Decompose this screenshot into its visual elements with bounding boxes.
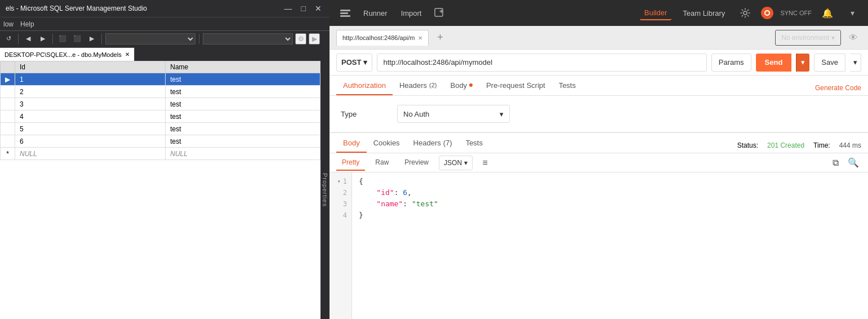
url-input[interactable] bbox=[377, 54, 706, 72]
action-icon-button[interactable]: ▶ bbox=[309, 33, 320, 45]
cell-id: 1 bbox=[15, 73, 166, 86]
forward-button[interactable]: ▶ bbox=[37, 33, 49, 45]
new-tab-icon-button[interactable] bbox=[430, 4, 448, 22]
tab-body[interactable]: Body bbox=[443, 76, 479, 95]
cell-id-null: NULL bbox=[15, 148, 166, 160]
toolbar-btn-2[interactable]: ⬛ bbox=[71, 33, 83, 45]
add-tab-button[interactable]: + bbox=[433, 31, 447, 45]
table-row[interactable]: 6 test bbox=[1, 135, 321, 148]
status-value: 201 Created bbox=[767, 141, 804, 149]
menu-item-low[interactable]: low bbox=[3, 20, 14, 28]
settings-icon bbox=[740, 8, 750, 18]
response-toolbar: Pretty Raw Preview JSON ▾ ≡ ⧉ 🔍 bbox=[330, 153, 868, 172]
menu-item-help[interactable]: Help bbox=[20, 20, 34, 28]
search-icon-button[interactable]: 🔍 bbox=[845, 155, 861, 171]
line-num-4: 4 bbox=[330, 210, 351, 221]
notification-icon: 🔔 bbox=[822, 8, 833, 19]
sync-off-indicator: SYNC OFF bbox=[780, 10, 812, 16]
table-row[interactable]: 4 test bbox=[1, 110, 321, 123]
chevron-down-icon: ▾ bbox=[851, 8, 854, 17]
format-tab-preview[interactable]: Preview bbox=[399, 155, 434, 171]
url-tab-close-button[interactable]: ✕ bbox=[418, 35, 422, 41]
tab-close-button[interactable]: ✕ bbox=[125, 51, 130, 57]
resp-tab-headers[interactable]: Headers (7) bbox=[407, 134, 459, 153]
cell-name: test bbox=[166, 98, 321, 110]
tab-pre-request-script[interactable]: Pre-request Script bbox=[479, 76, 552, 95]
back-button[interactable]: ◀ bbox=[22, 33, 34, 45]
properties-label: Properties bbox=[322, 173, 328, 207]
code-line-3: "name": "test" bbox=[359, 198, 861, 210]
toolbar-separator-2 bbox=[52, 34, 53, 44]
filter-icon-button[interactable]: ≡ bbox=[477, 155, 493, 171]
search-icon: 🔍 bbox=[848, 157, 859, 168]
save-chevron-button[interactable]: ▾ bbox=[850, 54, 861, 72]
ssms-toolbar: ↺ ◀ ▶ ⬛ ⬛ ▶ ⚙ ▶ bbox=[0, 30, 330, 46]
ssms-titlebar: els - Microsoft SQL Server Management St… bbox=[0, 0, 330, 17]
database-dropdown[interactable] bbox=[105, 33, 195, 45]
table-row[interactable]: 3 test bbox=[1, 98, 321, 110]
save-button[interactable]: Save bbox=[814, 54, 845, 72]
line-num-3: 3 bbox=[330, 198, 351, 210]
method-label: POST bbox=[341, 58, 361, 67]
table-row[interactable]: 2 test bbox=[1, 86, 321, 98]
row-indicator bbox=[1, 86, 15, 98]
generate-code-button[interactable]: Generate Code bbox=[815, 84, 861, 95]
table-row[interactable]: ▶ 1 test bbox=[1, 73, 321, 86]
cell-id: 2 bbox=[15, 86, 166, 98]
table-row-null[interactable]: * NULL NULL bbox=[1, 148, 321, 160]
restore-button[interactable]: □ bbox=[299, 4, 308, 13]
type-label: Type bbox=[341, 110, 386, 118]
cell-name: test bbox=[166, 110, 321, 123]
tab-authorization[interactable]: Authorization bbox=[336, 76, 393, 95]
time-label: Time: bbox=[813, 141, 830, 149]
header-chevron-button[interactable]: ▾ bbox=[843, 4, 861, 22]
json-format-select[interactable]: JSON ▾ bbox=[439, 156, 473, 170]
resp-tab-tests[interactable]: Tests bbox=[459, 134, 489, 153]
target-icon bbox=[761, 7, 773, 19]
eye-icon-button[interactable]: 👁 bbox=[845, 30, 861, 46]
row-indicator bbox=[1, 98, 15, 110]
layout-icon-button[interactable] bbox=[336, 4, 354, 22]
close-button[interactable]: ✕ bbox=[313, 4, 324, 13]
params-button[interactable]: Params bbox=[711, 54, 751, 72]
resp-tab-cookies[interactable]: Cookies bbox=[367, 134, 407, 153]
fold-arrow-1[interactable]: ▾ bbox=[337, 176, 341, 187]
ssms-panel: els - Microsoft SQL Server Management St… bbox=[0, 0, 330, 319]
data-grid: Id Name ▶ 1 test 2 test bbox=[0, 61, 321, 160]
line-numbers: ▾ 1 2 3 4 bbox=[330, 172, 352, 319]
url-tab[interactable]: http://localhost:2486/api/m ✕ bbox=[336, 30, 429, 46]
time-value: 444 ms bbox=[839, 141, 861, 149]
query-dropdown[interactable] bbox=[203, 33, 293, 45]
format-tab-raw[interactable]: Raw bbox=[370, 155, 394, 171]
copy-icon-button[interactable]: ⧉ bbox=[827, 155, 843, 171]
team-library-tab[interactable]: Team Library bbox=[678, 7, 729, 20]
auth-type-select[interactable]: No Auth ▾ bbox=[397, 105, 510, 123]
send-button[interactable]: Send bbox=[756, 54, 792, 72]
cell-id: 5 bbox=[15, 123, 166, 135]
resp-tab-body[interactable]: Body bbox=[336, 134, 367, 153]
row-indicator: ▶ bbox=[1, 73, 15, 86]
no-environment-dropdown[interactable]: No environment ▾ bbox=[775, 30, 841, 46]
format-tab-pretty[interactable]: Pretty bbox=[336, 155, 365, 171]
minimize-button[interactable]: — bbox=[282, 4, 295, 13]
auth-section: Type No Auth ▾ bbox=[330, 96, 868, 132]
run-icon-button[interactable]: ⚙ bbox=[295, 33, 306, 45]
settings-icon-button[interactable] bbox=[736, 4, 754, 22]
notification-icon-button[interactable]: 🔔 bbox=[818, 4, 836, 22]
toolbar-btn-1[interactable]: ⬛ bbox=[56, 33, 69, 45]
send-chevron-button[interactable]: ▾ bbox=[796, 54, 809, 72]
cell-id: 6 bbox=[15, 135, 166, 148]
undo-button[interactable]: ↺ bbox=[2, 33, 15, 45]
status-label: Status: bbox=[737, 141, 758, 149]
table-row[interactable]: 5 test bbox=[1, 123, 321, 135]
runner-button[interactable]: Runner bbox=[359, 7, 392, 20]
tab-headers[interactable]: Headers (2) bbox=[393, 76, 444, 95]
toolbar-btn-3[interactable]: ▶ bbox=[86, 33, 98, 45]
import-button[interactable]: Import bbox=[397, 7, 426, 20]
tab-tests[interactable]: Tests bbox=[552, 76, 582, 95]
response-tabs-bar: Body Cookies Headers (7) Tests Status: 2… bbox=[330, 133, 868, 153]
properties-sidebar[interactable]: Properties bbox=[321, 61, 330, 319]
method-select[interactable]: POST ▾ bbox=[336, 54, 372, 72]
builder-tab[interactable]: Builder bbox=[640, 6, 671, 20]
ssms-active-tab[interactable]: DESKTOP-PC\SQLEX...e - dbo.MyModels ✕ bbox=[0, 47, 135, 61]
